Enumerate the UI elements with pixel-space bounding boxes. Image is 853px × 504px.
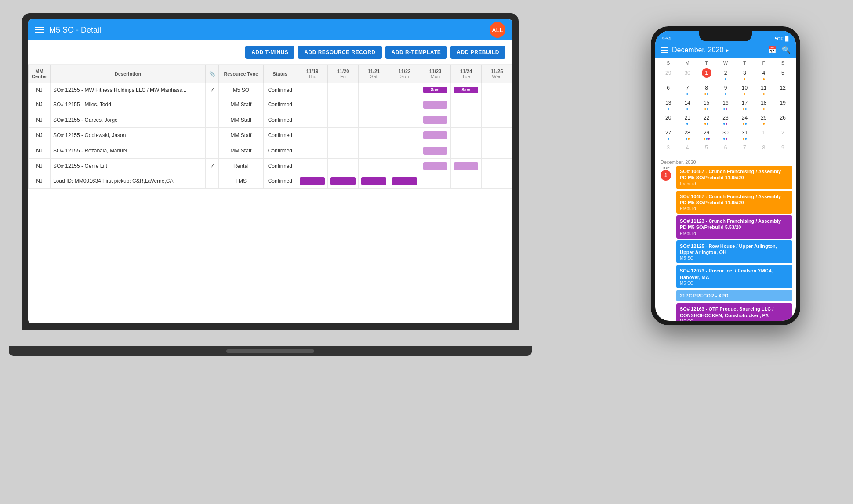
cal-day[interactable]: 20: [659, 112, 678, 126]
phone-time: 9:51: [662, 36, 671, 41]
toolbar: ADD T-MINUS ADD RESOURCE RECORD ADD R-TE…: [28, 40, 512, 65]
calendar-container: S M T W T F S 29 30 1 2: [655, 58, 796, 157]
cal-day[interactable]: 4: [678, 142, 697, 153]
cal-day[interactable]: 3: [735, 67, 754, 81]
table-row: NJ SO# 12155 - Garces, Jorge MM Staff Co…: [29, 112, 512, 128]
cal-week: 20 21 22 23 24 25 26: [659, 112, 792, 126]
table-container: MMCenter Description 📎 Resource Type Sta…: [28, 65, 512, 189]
calendar-weeks: 29 30 1 2 3 4 5 6 7 8: [659, 67, 792, 153]
cal-day[interactable]: 3: [659, 142, 678, 153]
add-prebuild-button[interactable]: ADD PREBUILD: [450, 46, 505, 59]
cal-day[interactable]: 24: [735, 112, 754, 126]
calendar-next-arrow[interactable]: ▸: [726, 47, 729, 54]
resource-table: MMCenter Description 📎 Resource Type Sta…: [28, 65, 512, 189]
cal-day[interactable]: 25: [754, 112, 773, 126]
cal-day[interactable]: 29: [659, 67, 678, 81]
cal-day[interactable]: 31: [735, 127, 754, 141]
cal-day[interactable]: 5: [697, 142, 716, 153]
table-row: NJ SO# 12155 - Genie Lift ✓ Rental Confi…: [29, 159, 512, 174]
event-card[interactable]: SO# 12125 - Row House / Upper Arlington,…: [676, 240, 792, 264]
add-tminus-button[interactable]: ADD T-MINUS: [245, 46, 294, 59]
cal-day[interactable]: 14: [678, 97, 697, 111]
all-badge[interactable]: ALL: [490, 22, 505, 38]
cal-day[interactable]: 30: [678, 67, 697, 81]
cal-day[interactable]: 26: [773, 112, 792, 126]
cal-day[interactable]: 1: [754, 127, 773, 141]
col-1119: 11/19Thu: [297, 65, 328, 83]
cal-week: 13 14 15 16 17 18 19: [659, 97, 792, 111]
app-header-left: M5 SO - Detail: [35, 25, 101, 35]
hamburger-menu-icon[interactable]: [35, 27, 44, 33]
laptop-screen: M5 SO - Detail ALL ADD T-MINUS ADD RESOU…: [28, 19, 512, 323]
cal-week: 3 4 5 6 7 8 9: [659, 142, 792, 153]
event-card[interactable]: SO# 11123 - Crunch Franchising / Assembl…: [676, 215, 792, 239]
cal-day[interactable]: 18: [754, 97, 773, 111]
cal-day[interactable]: 27: [659, 127, 678, 141]
cal-day[interactable]: 10: [735, 82, 754, 96]
cal-day[interactable]: 23: [716, 112, 735, 126]
cal-day[interactable]: 4: [754, 67, 773, 81]
cal-day[interactable]: 9: [773, 142, 792, 153]
add-rtemplate-button[interactable]: ADD R-TEMPLATE: [385, 46, 447, 59]
cal-day[interactable]: 21: [678, 112, 697, 126]
event-card[interactable]: SO# 12163 - OTF Product Sourcing LLC / C…: [676, 303, 792, 321]
cal-day[interactable]: 7: [735, 142, 754, 153]
add-resource-record-button[interactable]: ADD RESOURCE RECORD: [298, 46, 381, 59]
calendar-grid: S M T W T F S 29 30 1 2: [655, 58, 796, 157]
app-title: M5 SO - Detail: [49, 25, 101, 35]
cal-day[interactable]: 6: [716, 142, 735, 153]
event-date-badge: TUE 1: [659, 166, 673, 181]
phone-signal: 5GE: [775, 36, 784, 41]
cal-day[interactable]: 17: [735, 97, 754, 111]
cal-day[interactable]: 9: [716, 82, 735, 96]
app-header: M5 SO - Detail ALL: [28, 19, 512, 40]
cal-day[interactable]: 15: [697, 97, 716, 111]
laptop-body: M5 SO - Detail ALL ADD T-MINUS ADD RESOU…: [22, 13, 519, 330]
cal-day[interactable]: 19: [773, 97, 792, 111]
laptop-base: [9, 346, 532, 356]
event-card[interactable]: SO# 12073 - Precor Inc. / Emilson YMCA, …: [676, 265, 792, 288]
cal-day[interactable]: 8: [754, 142, 773, 153]
phone-hamburger-icon[interactable]: [661, 46, 668, 54]
col-1120: 11/20Fri: [328, 65, 359, 83]
table-row: NJ Load ID: MM001634 First pickup: C&R,L…: [29, 174, 512, 189]
cal-day[interactable]: 22: [697, 112, 716, 126]
col-1122: 11/22Sun: [389, 65, 420, 83]
calendar-icon[interactable]: 📅: [768, 46, 777, 54]
col-mm: MMCenter: [29, 65, 51, 83]
table-row: NJ SO# 12155 - Miles, Todd MM Staff Conf…: [29, 97, 512, 112]
cal-day[interactable]: 8: [697, 82, 716, 96]
cal-day[interactable]: 16: [716, 97, 735, 111]
cal-week: 29 30 1 2 3 4 5: [659, 67, 792, 81]
cal-day[interactable]: 28: [678, 127, 697, 141]
events-list: TUE 1 SO# 10487 - Crunch Franchising / A…: [655, 166, 796, 321]
cal-day[interactable]: 2: [716, 67, 735, 81]
table-row: NJ SO# 12155 - MW Fitness Holdings LLC /…: [29, 83, 512, 97]
event-card[interactable]: 21PC PRECOR - XPO: [676, 290, 792, 301]
event-cards: SO# 10487 - Crunch Franchising / Assembl…: [676, 166, 792, 321]
cal-day[interactable]: 11: [754, 82, 773, 96]
cal-day[interactable]: 12: [773, 82, 792, 96]
cal-day[interactable]: 5: [773, 67, 792, 81]
phone-notch: [699, 31, 752, 41]
cal-day[interactable]: 29: [697, 127, 716, 141]
col-status: Status: [263, 65, 297, 83]
search-icon[interactable]: 🔍: [782, 46, 791, 54]
phone-status-right: 5GE ▉: [775, 36, 789, 41]
event-card[interactable]: SO# 10487 - Crunch Franchising / Assembl…: [676, 166, 792, 189]
cal-day-today[interactable]: 1: [697, 67, 716, 81]
event-card[interactable]: SO# 10487 - Crunch Franchising / Assembl…: [676, 191, 792, 214]
cal-day[interactable]: 7: [678, 82, 697, 96]
cal-day[interactable]: 30: [716, 127, 735, 141]
cal-day[interactable]: 6: [659, 82, 678, 96]
phone-header: December, 2020 ▸ 📅 🔍: [655, 43, 796, 58]
cal-day[interactable]: 2: [773, 127, 792, 141]
phone-battery-icon: ▉: [785, 36, 789, 41]
col-resource: Resource Type: [219, 65, 264, 83]
cal-day[interactable]: 13: [659, 97, 678, 111]
phone-screen: 9:51 5GE ▉ December, 2020 ▸: [655, 31, 796, 321]
table-row: NJ SO# 12155 - Godlewski, Jason MM Staff…: [29, 128, 512, 143]
col-1124: 11/24Tue: [451, 65, 482, 83]
col-desc: Description: [51, 65, 206, 83]
col-1123: 11/23Mon: [420, 65, 451, 83]
